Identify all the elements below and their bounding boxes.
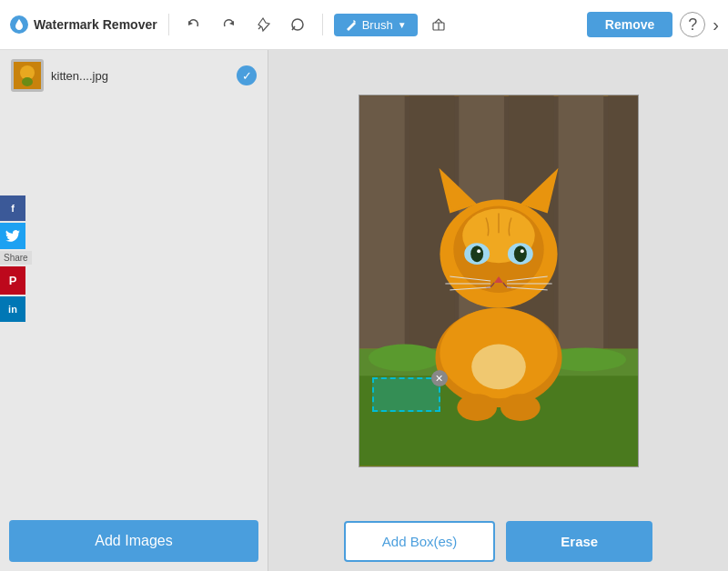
- svg-rect-15: [558, 95, 603, 348]
- brush-icon: [345, 18, 358, 31]
- brush-label: Brush: [362, 18, 393, 32]
- redo-icon: [220, 16, 237, 33]
- svg-point-24: [471, 345, 526, 390]
- facebook-share-button[interactable]: f: [0, 195, 25, 221]
- erase-tool-button[interactable]: [425, 13, 452, 36]
- svg-point-19: [368, 345, 440, 372]
- add-boxes-button[interactable]: Add Box(es): [344, 521, 496, 562]
- facebook-icon: f: [11, 203, 15, 214]
- comment-icon: [289, 16, 306, 33]
- erase-button[interactable]: Erase: [506, 521, 652, 562]
- svg-rect-11: [359, 95, 405, 348]
- selection-box[interactable]: ✕: [372, 377, 440, 412]
- svg-rect-16: [608, 95, 638, 348]
- selection-close-button[interactable]: ✕: [431, 370, 448, 386]
- toolbar-separator-2: [322, 14, 323, 35]
- linkedin-icon: in: [8, 304, 17, 315]
- add-images-button[interactable]: Add Images: [9, 520, 258, 562]
- left-panel: kitten....jpg ✓ f Share P in Add Images: [0, 50, 268, 571]
- share-label: Share: [0, 251, 32, 265]
- toolbar: Watermark Remover Brush ▼: [0, 0, 728, 50]
- pin-button[interactable]: [249, 13, 277, 36]
- image-container: ✕: [359, 95, 639, 467]
- svg-point-37: [520, 249, 523, 253]
- pinterest-icon: P: [9, 274, 17, 287]
- eraser-icon: [430, 16, 447, 33]
- cat-image[interactable]: ✕: [359, 95, 639, 467]
- svg-line-3: [258, 26, 261, 29]
- app-title: Watermark Remover: [34, 17, 157, 32]
- right-panel-bottom: Add Box(es) Erase: [268, 512, 728, 571]
- toolbar-separator: [168, 14, 169, 35]
- social-sidebar: f Share P in: [0, 195, 32, 322]
- close-icon: ✕: [435, 373, 443, 385]
- file-check-icon: ✓: [237, 65, 257, 85]
- svg-point-36: [477, 249, 480, 253]
- app-logo: Watermark Remover: [9, 15, 157, 35]
- svg-point-35: [513, 245, 526, 262]
- svg-point-46: [500, 394, 540, 421]
- comment-button[interactable]: [284, 13, 311, 36]
- app-logo-icon: [9, 15, 29, 35]
- canvas-area: ✕: [268, 50, 728, 512]
- file-thumbnail: [11, 59, 44, 92]
- toolbar-right: Remove ? ›: [587, 12, 719, 37]
- redo-button[interactable]: [215, 13, 242, 36]
- linkedin-share-button[interactable]: in: [0, 296, 25, 322]
- undo-button[interactable]: [180, 13, 207, 36]
- pinterest-share-button[interactable]: P: [0, 266, 25, 295]
- brush-caret: ▼: [398, 20, 407, 30]
- main-layout: kitten....jpg ✓ f Share P in Add Images: [0, 50, 728, 571]
- left-panel-bottom: Add Images: [0, 511, 268, 571]
- svg-point-45: [457, 394, 497, 421]
- file-name: kitten....jpg: [51, 69, 229, 83]
- next-button[interactable]: ›: [713, 15, 719, 35]
- twitter-icon: [5, 230, 20, 242]
- twitter-share-button[interactable]: [0, 223, 25, 249]
- help-label: ?: [688, 15, 697, 35]
- file-item[interactable]: kitten....jpg ✓: [0, 50, 268, 101]
- brush-button[interactable]: Brush ▼: [334, 14, 418, 36]
- svg-point-34: [470, 245, 483, 262]
- undo-icon: [186, 16, 202, 33]
- svg-rect-12: [409, 95, 454, 348]
- remove-button[interactable]: Remove: [587, 12, 672, 37]
- right-panel: ✕ Add Box(es) Erase: [268, 50, 728, 571]
- pin-icon: [255, 16, 271, 33]
- svg-point-9: [22, 77, 33, 86]
- help-button[interactable]: ?: [680, 12, 705, 37]
